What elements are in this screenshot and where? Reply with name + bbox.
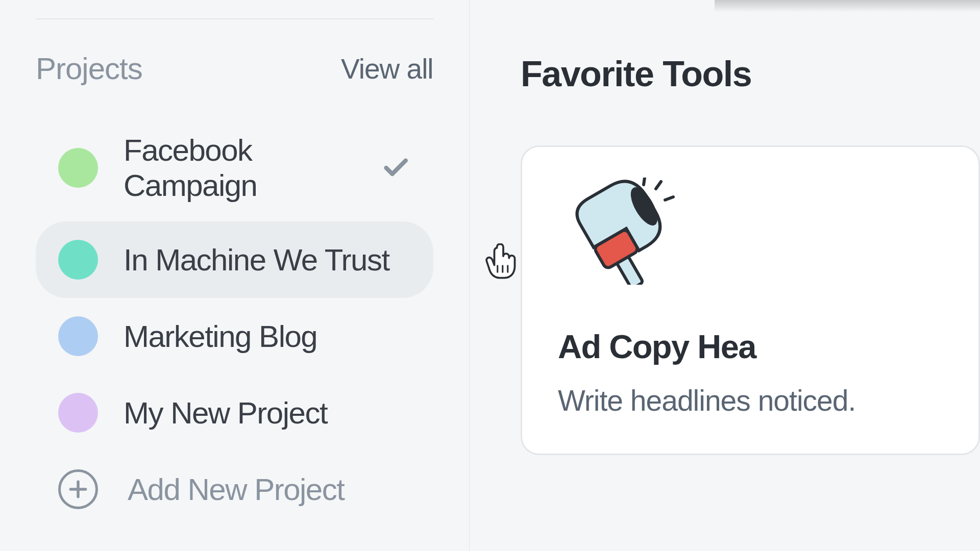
project-item-marketing-blog[interactable]: Marketing Blog: [36, 298, 433, 374]
project-color-dot: [58, 316, 98, 356]
top-shadow: [715, 0, 980, 12]
tool-card-title: Ad Copy Hea: [558, 328, 943, 366]
project-label: My New Project: [124, 395, 327, 431]
svg-line-5: [656, 182, 661, 189]
favorite-tools-title: Favorite Tools: [521, 54, 980, 94]
project-list: Facebook Campaign In Machine We Trust Ma…: [36, 114, 433, 528]
project-color-dot: [58, 148, 98, 188]
project-label: Marketing Blog: [124, 319, 317, 354]
project-item-facebook-campaign[interactable]: Facebook Campaign: [36, 114, 433, 221]
tool-card-ad-copy[interactable]: Ad Copy Hea Write headlines noticed.: [521, 145, 980, 455]
svg-line-7: [644, 178, 645, 185]
svg-line-6: [665, 197, 673, 200]
main-content: Favorite Tools Ad Copy Hea Write headlin…: [470, 0, 980, 551]
projects-section-title: Projects: [36, 51, 142, 86]
plus-icon: [67, 478, 89, 500]
view-all-link[interactable]: View all: [341, 53, 433, 85]
project-item-my-new-project[interactable]: My New Project: [36, 374, 433, 451]
project-label: In Machine We Trust: [124, 242, 389, 278]
project-label: Facebook Campaign: [124, 133, 381, 203]
project-color-dot: [58, 240, 98, 280]
add-new-project-label: Add New Project: [128, 472, 344, 507]
divider: [36, 18, 433, 19]
project-item-in-machine-we-trust[interactable]: In Machine We Trust: [36, 221, 433, 298]
add-new-project-button[interactable]: Add New Project: [36, 451, 433, 528]
tool-card-description: Write headlines noticed.: [558, 378, 943, 423]
projects-sidebar: Projects View all Facebook Campaign In M…: [0, 0, 469, 551]
project-color-dot: [58, 393, 98, 433]
checkmark-icon: [381, 153, 410, 183]
plus-circle-icon: [58, 469, 98, 509]
megaphone-icon: [558, 178, 943, 287]
